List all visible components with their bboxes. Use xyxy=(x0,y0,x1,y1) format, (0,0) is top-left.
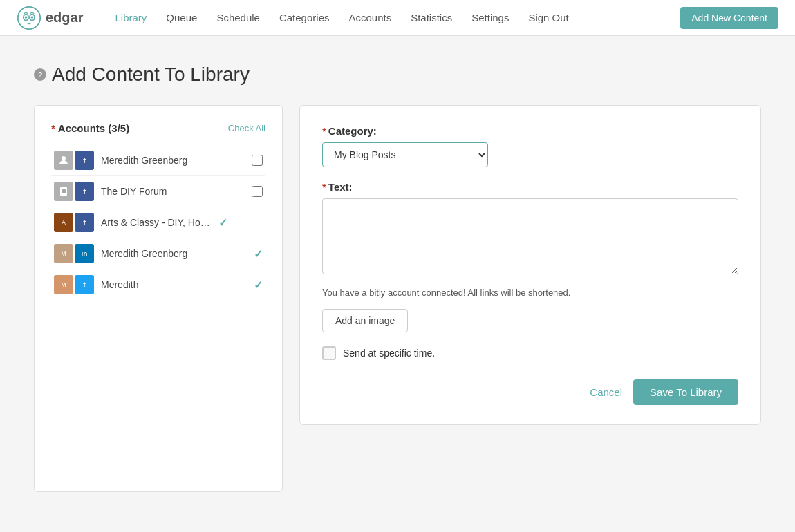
send-time-row: Send at specific time. xyxy=(322,346,738,360)
add-image-button[interactable]: Add an image xyxy=(322,309,408,332)
account-avatars: f xyxy=(54,182,94,201)
save-to-library-button[interactable]: Save To Library xyxy=(633,379,738,405)
nav-schedule[interactable]: Schedule xyxy=(207,0,270,36)
svg-point-4 xyxy=(31,16,34,19)
account-checkbox[interactable] xyxy=(252,186,263,197)
account-avatars: f xyxy=(54,151,94,170)
accounts-header: *Accounts (3/5) Check All xyxy=(51,122,265,134)
account-checkmark: ✓ xyxy=(218,216,227,229)
cancel-button[interactable]: Cancel xyxy=(590,386,622,398)
accounts-panel: *Accounts (3/5) Check All f Meredith Gre… xyxy=(34,105,283,492)
svg-rect-6 xyxy=(60,187,67,196)
facebook-icon: f xyxy=(75,182,94,201)
account-avatars: M t xyxy=(54,275,94,294)
account-checkbox[interactable] xyxy=(252,155,263,166)
page-content: ? Add Content To Library *Accounts (3/5)… xyxy=(17,36,778,520)
linkedin-icon: in xyxy=(75,244,94,263)
account-name: Arts & Classy - DIY, Home, & Inte... xyxy=(101,217,212,228)
text-input[interactable] xyxy=(322,198,738,274)
required-star: * xyxy=(322,125,326,137)
category-select[interactable]: My Blog Posts General Promotions Tips xyxy=(322,142,488,167)
page-title: Add Content To Library xyxy=(52,64,250,86)
form-panel: *Category: My Blog Posts General Promoti… xyxy=(299,105,761,425)
nav-links: Library Queue Schedule Categories Accoun… xyxy=(105,0,778,36)
page-avatar-icon xyxy=(54,182,73,201)
bitly-notice: You have a bitly account connected! All … xyxy=(322,287,738,298)
account-name: Meredith Greenberg xyxy=(101,248,247,259)
help-icon[interactable]: ? xyxy=(34,68,46,81)
nav-queue[interactable]: Queue xyxy=(156,0,207,36)
nav-accounts[interactable]: Accounts xyxy=(339,0,401,36)
text-label: *Text: xyxy=(322,181,738,193)
text-group: *Text: xyxy=(322,181,738,276)
svg-point-3 xyxy=(25,16,28,19)
facebook-icon: f xyxy=(75,151,94,170)
svg-point-0 xyxy=(18,6,40,28)
brand-logo-icon xyxy=(17,6,41,30)
account-item: A f Arts & Classy - DIY, Home, & Inte...… xyxy=(51,207,265,238)
page-title-row: ? Add Content To Library xyxy=(34,64,761,86)
send-time-checkbox[interactable] xyxy=(322,346,336,360)
meredith-avatar-icon: M xyxy=(54,244,73,263)
account-item: M t Meredith ✓ xyxy=(51,269,265,300)
user-avatar-icon xyxy=(54,151,73,170)
brand-name: edgar xyxy=(46,10,83,26)
category-group: *Category: My Blog Posts General Promoti… xyxy=(322,125,738,167)
check-all-link[interactable]: Check All xyxy=(228,123,265,133)
accounts-title: *Accounts (3/5) xyxy=(51,122,129,134)
brand: edgar xyxy=(17,6,83,30)
account-checkmark: ✓ xyxy=(254,278,263,292)
required-star: * xyxy=(51,122,55,134)
account-name: The DIY Forum xyxy=(101,186,245,197)
nav-library[interactable]: Library xyxy=(105,0,156,36)
svg-point-5 xyxy=(62,156,66,160)
required-star: * xyxy=(322,181,326,193)
form-actions: Cancel Save To Library xyxy=(322,379,738,405)
nav-categories[interactable]: Categories xyxy=(270,0,339,36)
account-item: f The DIY Forum xyxy=(51,176,265,207)
account-checkmark: ✓ xyxy=(254,247,263,260)
navbar: edgar Library Queue Schedule Categories … xyxy=(0,0,795,36)
twitter-icon: t xyxy=(75,275,94,294)
account-avatars: M in xyxy=(54,244,94,263)
account-item: M in Meredith Greenberg ✓ xyxy=(51,238,265,269)
facebook-icon: f xyxy=(75,213,94,232)
account-item: f Meredith Greenberg xyxy=(51,145,265,176)
arts-avatar-icon: A xyxy=(54,213,73,232)
two-column-layout: *Accounts (3/5) Check All f Meredith Gre… xyxy=(34,105,761,492)
nav-statistics[interactable]: Statistics xyxy=(401,0,462,36)
category-label: *Category: xyxy=(322,125,738,137)
meredith-tw-avatar-icon: M xyxy=(54,275,73,294)
account-name: Meredith xyxy=(101,279,247,290)
account-name: Meredith Greenberg xyxy=(101,155,245,166)
account-avatars: A f xyxy=(54,213,94,232)
send-time-label: Send at specific time. xyxy=(343,348,435,359)
add-new-content-button[interactable]: Add New Content xyxy=(680,7,778,29)
nav-signout[interactable]: Sign Out xyxy=(518,0,578,36)
nav-settings[interactable]: Settings xyxy=(462,0,518,36)
